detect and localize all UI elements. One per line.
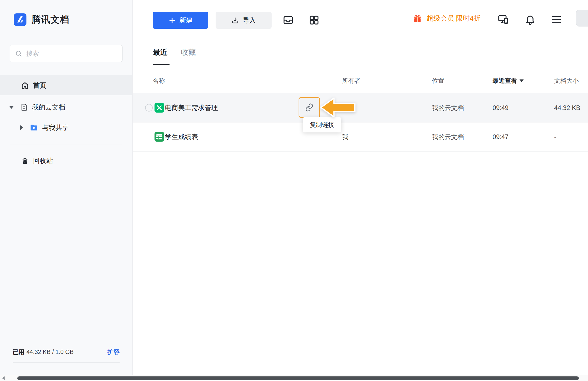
storage-progress-bar: [13, 362, 120, 363]
col-header-viewed-label: 最近查看: [493, 77, 517, 85]
sidebar-item-label: 我的云文档: [32, 103, 65, 112]
table-row[interactable]: 电商美工需求管理 我 我的云文档 09:49 44.32 KB: [133, 93, 588, 123]
app-title: 腾讯文档: [32, 13, 69, 26]
trash-icon: [21, 157, 29, 165]
search-icon: [15, 50, 22, 57]
doc-owner: 我: [342, 122, 348, 151]
annotation-arrow-icon: [320, 96, 356, 119]
active-tab-underline: [153, 64, 170, 65]
hamburger-icon: [551, 15, 562, 24]
avatar[interactable]: [576, 10, 588, 26]
sidebar-item-trash[interactable]: 回收站: [0, 151, 132, 171]
notifications-button[interactable]: [525, 14, 536, 25]
sidebar-item-label: 与我共享: [42, 123, 69, 132]
table-header: 名称 所有者 位置 最近查看 文档大小: [133, 75, 588, 86]
sidebar-item-label: 回收站: [33, 156, 53, 165]
grid-icon: [308, 14, 320, 26]
row-checkbox[interactable]: [145, 104, 153, 112]
main-area: 新建 导入 超级会员 限时4折: [133, 0, 588, 381]
doc-size: -: [554, 122, 556, 151]
doc-viewed: 09:49: [493, 93, 509, 122]
tencent-docs-home: 腾讯文档 首页 我的云文档: [0, 0, 588, 381]
import-button-label: 导入: [243, 16, 256, 25]
template-icon: [282, 14, 294, 26]
storage-info: 已用44.32 KB / 1.0 GB 扩容: [13, 348, 120, 356]
copy-link-tooltip: 复制链接: [303, 117, 341, 132]
bell-icon: [525, 14, 536, 25]
expand-storage-link[interactable]: 扩容: [107, 348, 120, 356]
sidebar-divider: [10, 144, 122, 144]
col-header-owner[interactable]: 所有者: [342, 75, 360, 86]
copy-link-button[interactable]: [299, 97, 320, 118]
import-icon: [231, 17, 239, 24]
devices-button[interactable]: [498, 14, 509, 25]
doc-size: 44.32 KB: [554, 93, 580, 122]
col-header-viewed[interactable]: 最近查看: [493, 75, 524, 86]
plus-icon: [168, 17, 176, 24]
link-icon: [305, 103, 314, 112]
sidebar-item-shared[interactable]: 与我共享: [0, 118, 132, 138]
document-icon: [20, 103, 28, 111]
home-icon: [21, 81, 29, 89]
apps-grid-button[interactable]: [308, 14, 320, 26]
tencent-docs-logo-icon: [13, 13, 27, 26]
doc-viewed: 09:47: [493, 122, 509, 151]
col-header-size[interactable]: 文档大小: [554, 75, 579, 86]
col-header-location[interactable]: 位置: [432, 75, 444, 86]
search-box[interactable]: [10, 45, 123, 62]
storage-used-text: 已用44.32 KB / 1.0 GB: [13, 348, 74, 356]
tab-favorites[interactable]: 收藏: [181, 47, 196, 58]
storage-used-value: 44.32 KB / 1.0 GB: [26, 349, 74, 355]
gift-icon: [412, 13, 423, 23]
doc-name[interactable]: 学生成绩表: [165, 122, 198, 151]
new-button-label: 新建: [179, 16, 193, 25]
vip-promo-text: 超级会员 限时4折: [427, 14, 481, 23]
collapse-caret-icon[interactable]: [9, 106, 14, 109]
scroll-left-arrow-icon[interactable]: [2, 376, 5, 380]
doc-location: 我的云文档: [432, 93, 464, 122]
doc-name[interactable]: 电商美工需求管理: [165, 93, 218, 122]
table-row[interactable]: 学生成绩表 我 我的云文档 09:47 -: [133, 122, 588, 152]
new-button[interactable]: 新建: [153, 12, 208, 29]
scrollbar-thumb[interactable]: [17, 376, 579, 380]
search-input[interactable]: [26, 50, 117, 58]
spreadsheet-icon: [155, 132, 164, 142]
template-gallery-button[interactable]: [282, 14, 294, 26]
storage-used-label: 已用: [13, 349, 24, 355]
shared-folder-icon: [30, 123, 38, 132]
menu-button[interactable]: [551, 15, 562, 24]
sidebar: 腾讯文档 首页 我的云文档: [0, 0, 133, 381]
tab-recent[interactable]: 最近: [153, 47, 167, 58]
doc-location: 我的云文档: [432, 122, 464, 151]
vip-promo[interactable]: 超级会员 限时4折: [412, 13, 481, 23]
sort-caret-icon: [520, 79, 524, 82]
sidebar-item-label: 首页: [33, 81, 46, 90]
devices-icon: [498, 14, 509, 25]
import-button[interactable]: 导入: [216, 12, 272, 29]
horizontal-scrollbar[interactable]: [0, 375, 588, 381]
sidebar-item-home[interactable]: 首页: [0, 75, 132, 95]
sidebar-item-my-docs[interactable]: 我的云文档: [0, 97, 132, 117]
expand-caret-icon[interactable]: [20, 125, 23, 130]
smart-sheet-icon: [155, 103, 164, 113]
app-logo-row[interactable]: 腾讯文档: [13, 13, 69, 26]
col-header-name[interactable]: 名称: [153, 75, 165, 86]
